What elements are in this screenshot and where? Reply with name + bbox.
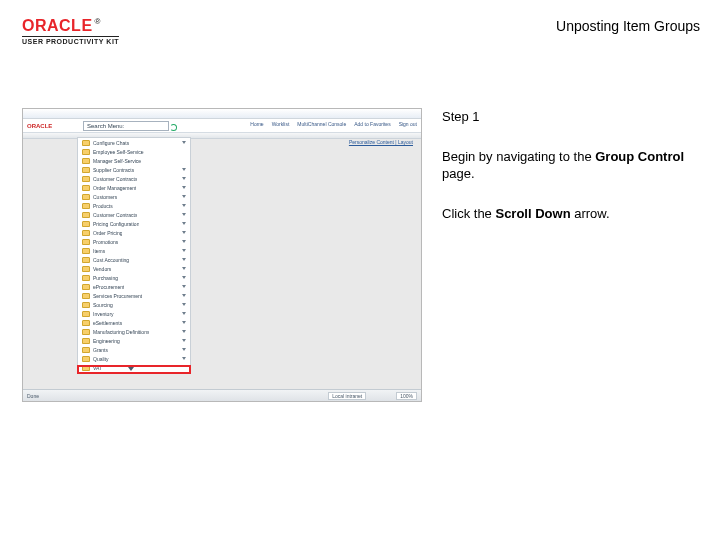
logo-subbrand: USER PRODUCTIVITY KIT [22, 36, 119, 45]
scroll-down-icon[interactable] [128, 367, 134, 371]
chevron-down-icon [182, 321, 186, 324]
tree-item-label: Cost Accounting [93, 257, 129, 263]
tree-item-label: Customer Contracts [93, 212, 137, 218]
refresh-icon[interactable] [170, 124, 177, 131]
instruction-2: Click the Scroll Down arrow. [442, 205, 700, 223]
tree-item-label: VAT [93, 365, 102, 371]
tree-item-label: Sourcing [93, 302, 113, 308]
chevron-down-icon [182, 213, 186, 216]
tree-item[interactable]: Supplier Contracts [78, 165, 190, 174]
tree-item[interactable]: Items [78, 246, 190, 255]
folder-icon [82, 284, 90, 290]
tree-item[interactable]: Configure Chats [78, 138, 190, 147]
doc-header: ORACLE® USER PRODUCTIVITY KIT Unposting … [22, 18, 700, 45]
logo-text: ORACLE [22, 17, 93, 34]
folder-icon [82, 167, 90, 173]
folder-icon [82, 266, 90, 272]
tree-item-label: Vendors [93, 266, 111, 272]
tree-item-label: Quality [93, 356, 109, 362]
toolbar-console[interactable]: MultiChannel Console [297, 121, 346, 127]
tree-item-label: Grants [93, 347, 108, 353]
tree-item[interactable]: Cost Accounting [78, 255, 190, 264]
tree-item-label: eProcurement [93, 284, 124, 290]
tree-item-label: Promotions [93, 239, 118, 245]
tree-item-label: Manager Self-Service [93, 158, 141, 164]
chevron-down-icon [182, 330, 186, 333]
tree-item[interactable]: Employee Self-Service [78, 147, 190, 156]
tree-item[interactable]: eSettlements [78, 318, 190, 327]
tree-item[interactable]: Services Procurement [78, 291, 190, 300]
folder-icon [82, 329, 90, 335]
tree-item[interactable]: Pricing Configuration [78, 219, 190, 228]
chevron-down-icon [182, 204, 186, 207]
tree-item[interactable]: Customer Contracts [78, 210, 190, 219]
tree-item[interactable]: Customer Contracts [78, 174, 190, 183]
folder-icon [82, 338, 90, 344]
tree-item-label: Manufacturing Definitions [93, 329, 149, 335]
tree-item[interactable]: Grants [78, 345, 190, 354]
tree-item-label: eSettlements [93, 320, 122, 326]
tree-item[interactable]: Vendors [78, 264, 190, 273]
step-label: Step 1 [442, 108, 700, 126]
chevron-down-icon [182, 249, 186, 252]
tree-item[interactable]: Promotions [78, 237, 190, 246]
chevron-down-icon [182, 312, 186, 315]
tree-item-label: Pricing Configuration [93, 221, 139, 227]
tree-item-label: Order Management [93, 185, 136, 191]
folder-icon [82, 176, 90, 182]
folder-icon [82, 221, 90, 227]
toolbar-home[interactable]: Home [250, 121, 263, 127]
tree-item[interactable]: Order Management [78, 183, 190, 192]
instruction-1: Begin by navigating to the Group Control… [442, 148, 700, 183]
tree-item-label: Configure Chats [93, 140, 129, 146]
toolbar-favorites[interactable]: Add to Favorites [354, 121, 390, 127]
chevron-down-icon [182, 177, 186, 180]
toolbar-signout[interactable]: Sign out [399, 121, 417, 127]
folder-icon [82, 185, 90, 191]
tree-item[interactable]: eProcurement [78, 282, 190, 291]
folder-icon [82, 365, 90, 371]
folder-icon [82, 203, 90, 209]
folder-icon [82, 275, 90, 281]
tree-item-label: Customer Contracts [93, 176, 137, 182]
chevron-down-icon [182, 195, 186, 198]
chevron-down-icon [182, 141, 186, 144]
instruction-panel: Step 1 Begin by navigating to the Group … [442, 108, 700, 402]
tree-item-label: Inventory [93, 311, 114, 317]
folder-icon [82, 149, 90, 155]
personalize-link[interactable]: Personalize Content | Layout [349, 139, 413, 145]
tree-item-label: Products [93, 203, 113, 209]
tree-item[interactable]: Purchasing [78, 273, 190, 282]
tree-item-label: Customers [93, 194, 117, 200]
folder-icon [82, 293, 90, 299]
trademark: ® [95, 17, 101, 26]
tree-item[interactable]: Quality [78, 354, 190, 363]
tree-item-label: Supplier Contracts [93, 167, 134, 173]
chevron-down-icon [182, 267, 186, 270]
tree-item[interactable]: Manager Self-Service [78, 156, 190, 165]
tree-item[interactable]: Customers [78, 192, 190, 201]
folder-icon [82, 158, 90, 164]
page-title: Unposting Item Groups [556, 18, 700, 34]
status-zoom: 100% [396, 392, 417, 400]
status-bar: Done Local intranet 100% [23, 389, 421, 401]
tree-item[interactable]: Products [78, 201, 190, 210]
chevron-down-icon [182, 357, 186, 360]
tree-item[interactable]: Manufacturing Definitions [78, 327, 190, 336]
tree-item[interactable]: Sourcing [78, 300, 190, 309]
folder-icon [82, 248, 90, 254]
nav-tree[interactable]: Configure ChatsEmployee Self-ServiceMana… [77, 137, 191, 373]
tree-item[interactable]: VAT [78, 363, 190, 372]
search-menu-label[interactable]: Search Menu: [83, 121, 169, 131]
app-logo: ORACLE [27, 123, 52, 129]
tree-item[interactable]: Inventory [78, 309, 190, 318]
chevron-down-icon [182, 294, 186, 297]
tree-item[interactable]: Engineering [78, 336, 190, 345]
folder-icon [82, 140, 90, 146]
tree-item-label: Employee Self-Service [93, 149, 144, 155]
tree-item-label: Purchasing [93, 275, 118, 281]
tree-item[interactable]: Order Pricing [78, 228, 190, 237]
toolbar-worklist[interactable]: Worklist [272, 121, 290, 127]
tree-item-label: Items [93, 248, 105, 254]
chevron-down-icon [182, 339, 186, 342]
